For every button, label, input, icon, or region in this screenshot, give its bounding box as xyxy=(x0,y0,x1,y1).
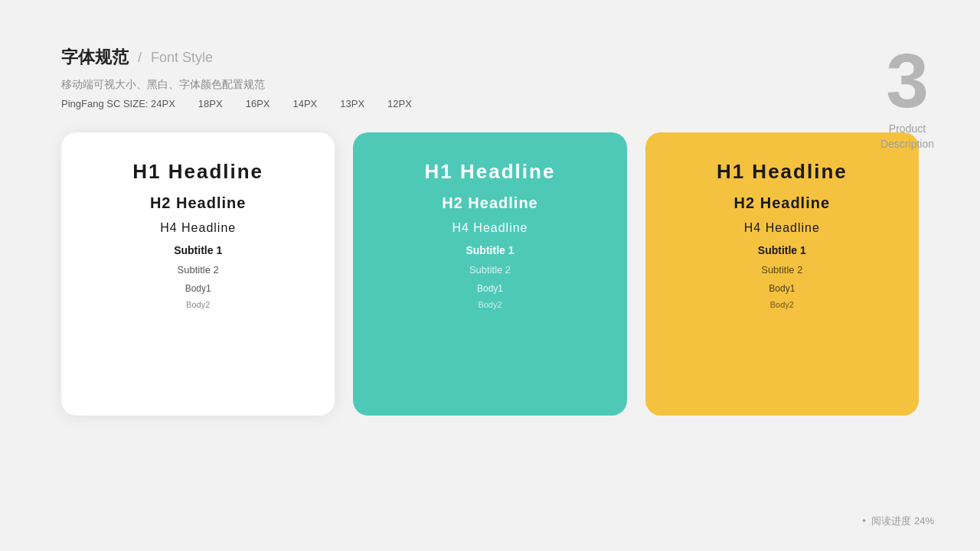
font-size-13: 13PX xyxy=(340,98,364,109)
font-size-18: 18PX xyxy=(198,98,223,109)
title-english: Font Style xyxy=(151,50,213,66)
yellow-h2: H2 Headline xyxy=(676,194,888,212)
title-row: 字体规范 / Font Style xyxy=(61,46,919,69)
card-white: H1 Headline H2 Headline H4 Headline Subt… xyxy=(61,132,335,416)
teal-body2: Body2 xyxy=(384,300,596,309)
font-size-16: 16PX xyxy=(246,98,270,109)
teal-subtitle2: Subtitle 2 xyxy=(384,264,596,276)
title-divider: / xyxy=(138,50,142,66)
header-section: 字体规范 / Font Style 移动端可视大小、黑白、字体颜色配置规范 Pi… xyxy=(61,46,919,109)
page-container: 3 Product Description 字体规范 / Font Style … xyxy=(0,0,980,551)
page-desc-line2: Description xyxy=(880,138,934,150)
white-h1: H1 Headline xyxy=(92,160,304,184)
cards-container: H1 Headline H2 Headline H4 Headline Subt… xyxy=(61,132,919,416)
white-h2: H2 Headline xyxy=(92,194,304,212)
yellow-body2: Body2 xyxy=(676,300,888,309)
bottom-progress: • 阅读进度 24% xyxy=(862,514,934,528)
font-sizes-row: PingFang SC SIZE: 24PX 18PX 16PX 14PX 13… xyxy=(61,98,919,109)
yellow-subtitle2: Subtitle 2 xyxy=(676,264,888,276)
white-subtitle2: Subtitle 2 xyxy=(92,264,304,276)
teal-h2: H2 Headline xyxy=(384,194,596,212)
page-number: 3 xyxy=(880,42,934,119)
progress-bullet: • xyxy=(862,515,866,527)
title-chinese: 字体规范 xyxy=(61,46,129,69)
yellow-h1: H1 Headline xyxy=(676,160,888,184)
page-number-section: 3 Product Description xyxy=(880,42,934,152)
subtitle-description: 移动端可视大小、黑白、字体颜色配置规范 xyxy=(61,78,919,92)
card-yellow: H1 Headline H2 Headline H4 Headline Subt… xyxy=(645,132,919,416)
font-size-12: 12PX xyxy=(387,98,412,109)
page-desc-line1: Product xyxy=(889,122,926,135)
teal-h4: H4 Headline xyxy=(384,221,596,235)
white-h4: H4 Headline xyxy=(92,221,304,235)
yellow-h4: H4 Headline xyxy=(676,221,888,235)
yellow-subtitle1: Subtitle 1 xyxy=(676,244,888,256)
teal-subtitle1: Subtitle 1 xyxy=(384,244,596,256)
white-body2: Body2 xyxy=(92,300,304,309)
teal-h1: H1 Headline xyxy=(384,160,596,184)
progress-label: 阅读进度 24% xyxy=(871,515,934,527)
font-size-14: 14PX xyxy=(292,98,317,109)
yellow-body1: Body1 xyxy=(676,283,888,294)
teal-body1: Body1 xyxy=(384,283,596,294)
white-body1: Body1 xyxy=(92,283,304,294)
font-size-main: PingFang SC SIZE: 24PX xyxy=(61,98,175,109)
card-teal: H1 Headline H2 Headline H4 Headline Subt… xyxy=(353,132,626,416)
page-description: Product Description xyxy=(880,122,934,152)
white-subtitle1: Subtitle 1 xyxy=(92,244,304,256)
